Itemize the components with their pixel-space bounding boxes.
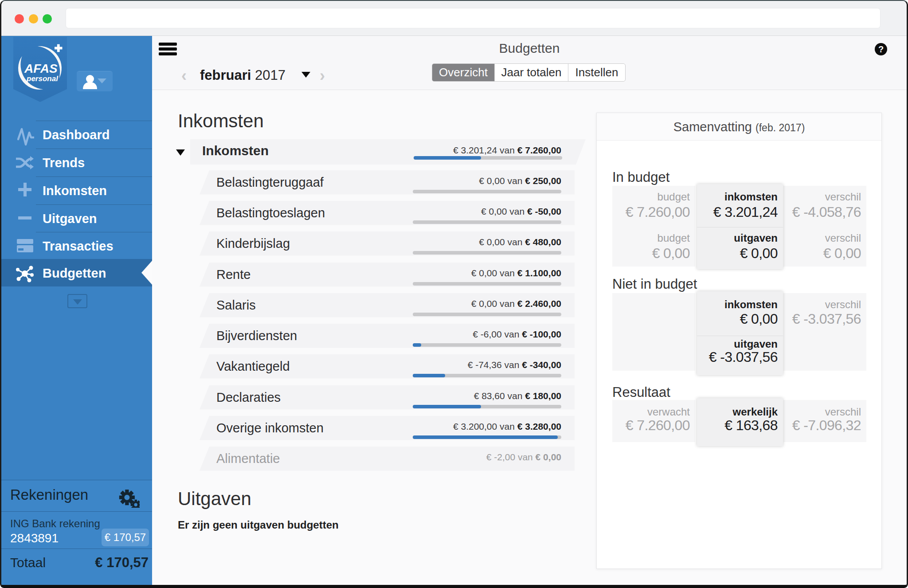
svg-text:personal: personal [26, 74, 59, 83]
svg-text:AFAS: AFAS [24, 62, 58, 75]
